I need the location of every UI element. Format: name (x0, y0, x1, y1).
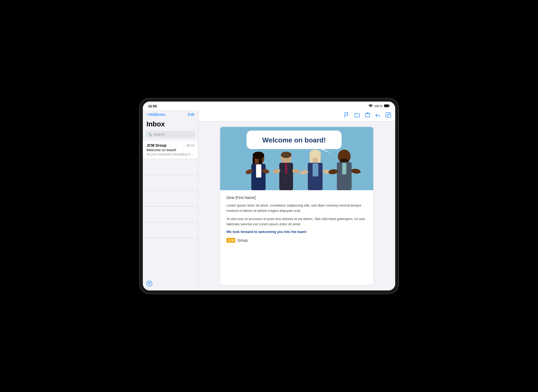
detail-toolbar (198, 110, 395, 122)
ipad-screen: 12:55 100 % ‹ Mailboxes (143, 102, 395, 290)
svg-rect-24 (285, 163, 287, 174)
battery-percentage: 100 % (374, 104, 383, 108)
ipad-frame: 12:55 100 % ‹ Mailboxes (140, 98, 398, 294)
email-paragraph-2: At vero eos et accusam et justo duo dolo… (226, 216, 367, 227)
empty-row (143, 159, 198, 175)
detail-content: Welcome on board! (198, 122, 395, 290)
email-preview: All your essential onboarding informatio… (147, 152, 194, 156)
email-list: JCM Group 09:18 Welcome on board! All yo… (143, 141, 198, 278)
svg-rect-32 (313, 163, 318, 176)
email-list-item[interactable]: JCM Group 09:18 Welcome on board! All yo… (143, 141, 198, 159)
sidebar-footer (143, 278, 198, 290)
empty-row (143, 175, 198, 191)
status-right: 100 % (369, 104, 390, 108)
email-sender: JCM Group (147, 143, 166, 147)
svg-rect-8 (365, 113, 370, 117)
svg-point-22 (281, 152, 291, 158)
wifi-icon (369, 104, 373, 108)
email-paragraph-1: Lorem ipsum dolor sit amet, consetetur s… (226, 203, 367, 213)
detail-pane: Welcome on board! (198, 110, 395, 290)
edit-button[interactable]: Edit (188, 112, 194, 117)
reply-icon[interactable] (375, 113, 380, 119)
search-icon: 🔍 (148, 133, 152, 136)
email-item-header: JCM Group 09:18 (147, 143, 194, 147)
empty-row (143, 222, 198, 238)
filter-icon[interactable] (147, 281, 152, 288)
battery-icon (384, 104, 390, 108)
compose-icon[interactable] (386, 112, 391, 119)
sidebar-nav: ‹ Mailboxes Edit (143, 110, 198, 119)
inbox-title: Inbox (143, 119, 198, 131)
mailboxes-back-button[interactable]: ‹ Mailboxes (147, 112, 165, 117)
status-bar: 12:55 100 % (143, 102, 395, 110)
jcm-badge: JCM (226, 238, 235, 243)
email-greeting: Dear [First Name] (226, 195, 367, 200)
email-body: Dear [First Name] Lorem ipsum dolor sit … (220, 190, 373, 248)
email-footer-logo: JCM Group (226, 238, 367, 243)
search-bar[interactable]: 🔍 Search (145, 131, 195, 138)
search-placeholder: Search (154, 132, 164, 136)
svg-rect-18 (256, 164, 261, 178)
jcm-group-text: Group (237, 238, 248, 242)
mailboxes-label: Mailboxes (149, 112, 165, 117)
svg-rect-38 (342, 163, 346, 174)
sidebar: ‹ Mailboxes Edit Inbox 🔍 Search JC (143, 110, 198, 290)
email-subject: Welcome on board! (147, 148, 194, 152)
svg-point-0 (370, 107, 371, 107)
svg-rect-2 (389, 105, 390, 107)
chevron-left-icon: ‹ (147, 112, 148, 117)
flag-icon[interactable] (344, 112, 349, 119)
svg-rect-3 (384, 105, 389, 107)
empty-row (143, 207, 198, 222)
banner-text: Welcome on board! (262, 136, 326, 144)
email-card: Welcome on board! (220, 127, 373, 285)
empty-row (143, 191, 198, 207)
status-time: 12:55 (148, 104, 157, 108)
folder-icon[interactable] (355, 113, 360, 119)
trash-icon[interactable] (365, 112, 370, 119)
email-cta: We look forward to welcoming you into th… (226, 230, 367, 234)
welcome-banner: Welcome on board! (220, 127, 373, 190)
svg-rect-9 (386, 113, 391, 117)
app-layout: ‹ Mailboxes Edit Inbox 🔍 Search JC (143, 110, 395, 290)
email-time: 09:18 (186, 144, 194, 147)
